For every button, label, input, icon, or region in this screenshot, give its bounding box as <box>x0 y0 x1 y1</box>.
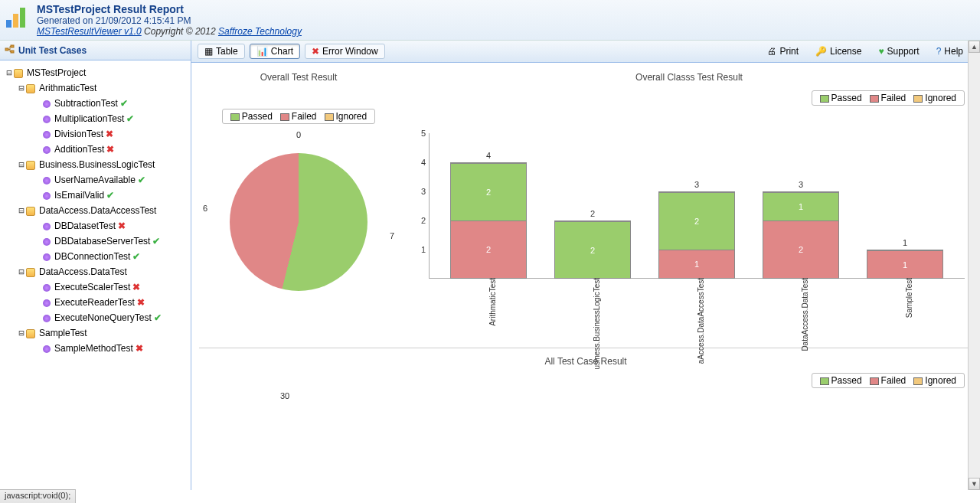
tree-test[interactable]: SampleMethodTest <box>52 342 136 354</box>
print-button[interactable]: 🖨Print <box>761 44 805 58</box>
copyright-line: MSTestResultViewer v1.0 Copyright © 2012… <box>37 26 302 37</box>
class-icon <box>26 207 35 216</box>
toggle-icon[interactable]: ⊟ <box>17 325 26 341</box>
chart-button[interactable]: 📊Chart <box>250 44 300 59</box>
toggle-icon[interactable]: ⊟ <box>17 203 26 218</box>
tree-test[interactable]: ExecuteScalerTest <box>52 281 132 293</box>
scroll-down-icon[interactable]: ▼ <box>969 478 980 490</box>
generated-line: Generated on 21/09/2012 4:15:41 PM <box>37 15 302 26</box>
tree-group[interactable]: ArithmaticTest <box>37 82 99 94</box>
pie-legend: Passed Failed Ignored <box>222 109 375 124</box>
pass-icon: ✔ <box>120 98 128 109</box>
header: MSTestProject Result Report Generated on… <box>0 0 980 41</box>
tree-test[interactable]: DivisionTest <box>52 128 106 140</box>
svg-rect-4 <box>11 45 14 47</box>
tree-test[interactable]: AdditionTest <box>52 143 106 155</box>
chart-title-all: All Test Case Result <box>199 353 972 370</box>
fail-icon: ✖ <box>106 129 113 139</box>
test-icon <box>43 299 51 307</box>
pass-icon: ✔ <box>132 251 140 262</box>
all-test-case-result-chart: All Test Case Result Passed Failed Ignor… <box>199 348 972 414</box>
test-icon <box>43 253 51 261</box>
tree-group[interactable]: SampleTest <box>37 327 90 339</box>
test-icon <box>43 284 51 292</box>
table-button[interactable]: ▦Table <box>198 44 245 59</box>
fail-icon: ✖ <box>132 282 140 292</box>
scroll-up-icon[interactable]: ▲ <box>969 41 980 53</box>
bar-legend: Passed Failed Ignored <box>812 90 965 106</box>
vertical-scrollbar[interactable]: ▲ ▼ <box>968 41 980 490</box>
svg-rect-1 <box>13 14 18 28</box>
chart-title-class: Overall Classs Test Result <box>406 69 972 86</box>
tree-group[interactable]: DataAccess.DataAccessTest <box>37 204 158 217</box>
class-icon <box>26 84 35 93</box>
fail-icon: ✖ <box>106 144 114 155</box>
toggle-icon[interactable]: ⊟ <box>17 80 26 96</box>
app-logo-icon <box>5 3 32 31</box>
class-icon <box>26 329 35 338</box>
help-button[interactable]: ?Help <box>930 44 969 58</box>
tree-test[interactable]: DBConnectionTest <box>52 250 132 263</box>
tree-test[interactable]: SubtractionTest <box>52 97 120 109</box>
all-chart-y-tick: 30 <box>280 391 289 400</box>
license-icon: 🔑 <box>815 46 827 57</box>
class-icon <box>26 161 35 170</box>
error-icon: ✖ <box>312 46 319 57</box>
left-panel: Unit Test Cases ⊟MSTestProject⊟Arithmati… <box>0 41 191 490</box>
left-panel-title: Unit Test Cases <box>0 41 191 60</box>
svg-rect-2 <box>20 8 25 28</box>
tree-test[interactable]: UserNameAvailable <box>52 174 138 186</box>
toggle-icon[interactable]: ⊟ <box>17 157 26 172</box>
test-icon <box>43 116 51 123</box>
test-icon <box>43 177 51 185</box>
right-panel: ▦Table 📊Chart ✖Error Window 🖨Print 🔑Lice… <box>191 41 980 490</box>
tree-group[interactable]: DataAccess.DataTest <box>37 266 129 278</box>
license-button[interactable]: 🔑License <box>809 44 867 58</box>
page-title: MSTestProject Result Report <box>37 3 302 15</box>
tree-test[interactable]: ExecuteNoneQueryTest <box>52 312 154 324</box>
app-link[interactable]: MSTestResultViewer v1.0 <box>37 26 142 37</box>
pie-chart <box>230 153 368 291</box>
pie-label-passed: 7 <box>390 231 394 240</box>
overall-class-test-result-chart: Overall Classs Test Result Passed Failed… <box>406 69 972 340</box>
pass-icon: ✔ <box>138 175 145 185</box>
chart-title-overall: Overall Test Result <box>199 69 398 86</box>
test-icon <box>43 192 51 200</box>
project-icon <box>14 69 23 78</box>
test-tree: ⊟MSTestProject⊟ArithmaticTestSubtraction… <box>0 60 191 490</box>
pie-label-ignored: 0 <box>296 130 301 139</box>
tree-test[interactable]: ExecuteReaderTest <box>52 296 137 309</box>
tree-test[interactable]: MultiplicationTest <box>52 113 126 125</box>
bar: 312DataAccess.DataTest <box>763 191 839 279</box>
test-icon <box>43 131 51 139</box>
bar: 321aAccess.DataAccessTest <box>658 191 735 279</box>
pass-icon: ✔ <box>154 312 162 323</box>
tree-test[interactable]: DBDatasetTest <box>52 220 118 232</box>
statusbar: javascript:void(0); <box>0 489 76 503</box>
tree-root[interactable]: MSTestProject <box>24 67 88 79</box>
tree-test[interactable]: DBDatabaseServerTest <box>52 235 152 247</box>
support-button[interactable]: ♥Support <box>872 44 925 58</box>
class-icon <box>26 268 35 277</box>
table-icon: ▦ <box>204 46 213 57</box>
vendor-link[interactable]: Saffroze Technology <box>218 26 302 37</box>
chart-icon: 📊 <box>256 46 268 57</box>
tree-icon <box>5 44 15 57</box>
overall-test-result-chart: Overall Test Result Passed Failed Ignore… <box>199 69 398 340</box>
test-icon <box>43 146 51 154</box>
all-legend: Passed Failed Ignored <box>812 373 965 388</box>
print-icon: 🖨 <box>767 46 776 57</box>
chart-area: Overall Test Result Passed Failed Ignore… <box>191 63 980 490</box>
tree-test[interactable]: IsEmailValid <box>52 189 106 201</box>
bar: 422ArithmaticTest <box>450 162 527 279</box>
toggle-icon[interactable]: ⊟ <box>17 264 26 279</box>
pass-icon: ✔ <box>126 113 134 124</box>
toggle-icon[interactable]: ⊟ <box>5 65 14 80</box>
tree-group[interactable]: Business.BusinessLogicTest <box>37 158 157 171</box>
svg-rect-3 <box>5 48 8 51</box>
toolbar: ▦Table 📊Chart ✖Error Window 🖨Print 🔑Lice… <box>191 41 980 63</box>
test-icon <box>43 100 51 108</box>
support-icon: ♥ <box>878 46 884 57</box>
fail-icon: ✖ <box>137 297 145 308</box>
error-window-button[interactable]: ✖Error Window <box>305 44 385 59</box>
